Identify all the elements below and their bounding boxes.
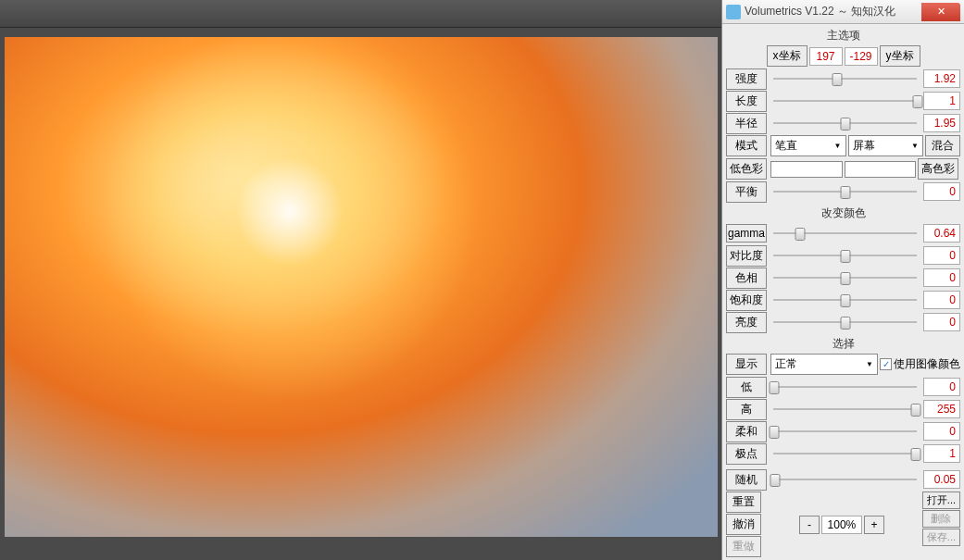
slider-length[interactable] xyxy=(769,93,921,109)
value-low[interactable]: 0 xyxy=(923,378,960,396)
slider-pole[interactable] xyxy=(769,445,921,462)
zoom-out-button[interactable]: - xyxy=(799,516,820,534)
close-icon: ✕ xyxy=(937,6,945,18)
mix-button[interactable]: 混合 xyxy=(925,135,960,156)
slider-thumb[interactable] xyxy=(769,426,779,439)
row-brightness: 亮度 0 xyxy=(726,312,960,332)
slider-thumb[interactable] xyxy=(840,118,850,131)
label-high: 高 xyxy=(726,399,767,420)
volumetrics-panel: Volumetrics V1.22 ～ 知知汉化 ✕ 主选项 x坐标 197 -… xyxy=(721,0,964,560)
value-gamma[interactable]: 0.64 xyxy=(923,224,960,243)
value-random[interactable]: 0.05 xyxy=(923,470,960,489)
zoom-value[interactable]: 100% xyxy=(821,516,862,534)
slider-thumb[interactable] xyxy=(911,448,921,461)
slider-hue[interactable] xyxy=(769,269,921,286)
label-display: 显示 xyxy=(726,354,767,375)
value-saturation[interactable]: 0 xyxy=(923,291,960,309)
slider-balance[interactable] xyxy=(769,183,921,200)
slider-thumb[interactable] xyxy=(770,474,781,487)
slider-thumb[interactable] xyxy=(840,317,850,330)
row-random: 随机 0.05 xyxy=(726,469,960,490)
row-balance: 平衡 0 xyxy=(726,181,960,202)
label-low-color: 低色彩 xyxy=(726,158,767,180)
value-intensity[interactable]: 1.92 xyxy=(923,69,960,88)
zoom-controls: - 100% + xyxy=(763,492,920,557)
dropdown-display[interactable]: 正常▼ xyxy=(770,354,878,375)
row-low: 低 0 xyxy=(726,377,960,397)
slider-thumb[interactable] xyxy=(840,272,850,285)
save-button[interactable]: 保存... xyxy=(922,529,960,546)
row-high: 高 255 xyxy=(726,399,960,419)
slider-thumb[interactable] xyxy=(840,250,850,263)
value-high[interactable]: 255 xyxy=(923,400,960,418)
row-gamma: gamma 0.64 xyxy=(726,223,960,243)
label-length: 长度 xyxy=(726,91,767,112)
label-intensity: 强度 xyxy=(726,68,767,90)
checkbox-use-image-color[interactable] xyxy=(880,358,892,370)
undo-button[interactable]: 撤消 xyxy=(726,514,761,535)
row-display: 显示 正常▼ 使用图像颜色 xyxy=(726,354,960,375)
low-color-swatch[interactable] xyxy=(770,161,843,178)
row-mode: 模式 笔直▼ 屏幕▼ 混合 xyxy=(726,135,960,156)
label-high-color: 高色彩 xyxy=(918,158,958,180)
dropdown-mode-2[interactable]: 屏幕▼ xyxy=(848,135,924,156)
row-hue: 色相 0 xyxy=(726,268,960,288)
slider-high[interactable] xyxy=(769,401,921,417)
row-colors: 低色彩 高色彩 xyxy=(726,158,960,180)
slider-thumb[interactable] xyxy=(769,381,779,394)
slider-thumb[interactable] xyxy=(912,95,922,108)
slider-thumb[interactable] xyxy=(911,404,921,417)
dropdown-mode-1[interactable]: 笔直▼ xyxy=(770,135,846,156)
delete-button[interactable]: 删除 xyxy=(922,510,960,528)
slider-saturation[interactable] xyxy=(769,292,921,308)
main-canvas-area xyxy=(0,0,721,560)
label-brightness: 亮度 xyxy=(726,312,767,333)
value-contrast[interactable]: 0 xyxy=(923,246,960,265)
redo-button[interactable]: 重做 xyxy=(726,536,761,557)
label-low: 低 xyxy=(726,377,767,398)
slider-gamma[interactable] xyxy=(769,225,921,242)
label-mode: 模式 xyxy=(726,135,767,156)
slider-random[interactable] xyxy=(767,471,921,488)
slider-contrast[interactable] xyxy=(769,247,921,264)
row-radius: 半径 1.95 xyxy=(726,113,960,133)
document-image[interactable] xyxy=(5,37,718,537)
slider-thumb[interactable] xyxy=(795,228,805,241)
value-balance[interactable]: 0 xyxy=(923,182,960,201)
panel-title: Volumetrics V1.22 ～ 知知汉化 xyxy=(745,4,921,19)
label-saturation: 饱和度 xyxy=(726,290,767,311)
bottom-controls: 重置 撤消 重做 - 100% + 打开... 删除 保存... xyxy=(726,492,960,557)
random-button[interactable]: 随机 xyxy=(726,469,767,491)
label-soft: 柔和 xyxy=(726,421,767,442)
zoom-in-button[interactable]: + xyxy=(864,516,884,534)
slider-radius[interactable] xyxy=(769,115,921,131)
slider-thumb[interactable] xyxy=(840,294,850,307)
open-button[interactable]: 打开... xyxy=(922,492,960,509)
canvas-viewport[interactable] xyxy=(0,37,721,560)
slider-brightness[interactable] xyxy=(769,314,921,330)
slider-intensity[interactable] xyxy=(769,70,921,87)
value-brightness[interactable]: 0 xyxy=(923,313,960,331)
slider-thumb[interactable] xyxy=(840,186,850,199)
value-length[interactable]: 1 xyxy=(923,92,960,110)
slider-thumb[interactable] xyxy=(833,73,843,86)
y-coord-value[interactable]: -129 xyxy=(845,47,878,66)
coord-row: x坐标 197 -129 y坐标 xyxy=(726,45,960,67)
y-coord-button[interactable]: y坐标 xyxy=(880,45,920,67)
panel-titlebar[interactable]: Volumetrics V1.22 ～ 知知汉化 ✕ xyxy=(722,0,964,24)
reset-button[interactable]: 重置 xyxy=(726,492,761,513)
label-hue: 色相 xyxy=(726,268,767,289)
high-color-swatch[interactable] xyxy=(845,161,917,178)
slider-low[interactable] xyxy=(769,379,921,395)
x-coord-button[interactable]: x坐标 xyxy=(767,45,808,67)
value-hue[interactable]: 0 xyxy=(923,268,960,287)
label-contrast: 对比度 xyxy=(726,245,767,267)
value-radius[interactable]: 1.95 xyxy=(923,114,960,132)
row-contrast: 对比度 0 xyxy=(726,245,960,266)
slider-soft[interactable] xyxy=(769,423,921,440)
x-coord-value[interactable]: 197 xyxy=(809,47,843,66)
value-pole[interactable]: 1 xyxy=(923,444,960,463)
label-balance: 平衡 xyxy=(726,181,767,203)
value-soft[interactable]: 0 xyxy=(923,422,960,441)
close-button[interactable]: ✕ xyxy=(921,3,960,21)
